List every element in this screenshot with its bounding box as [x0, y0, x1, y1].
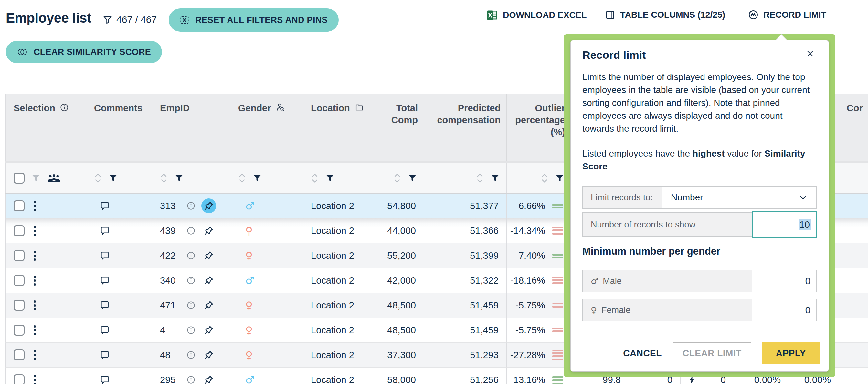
column-header-location[interactable]: Location: [303, 94, 369, 161]
filter-funnel-icon[interactable]: [407, 173, 417, 183]
filter-funnel-icon[interactable]: [555, 173, 564, 183]
column-header-label: EmpID: [160, 102, 190, 114]
row-checkbox[interactable]: [13, 349, 25, 360]
row-checkbox[interactable]: [13, 300, 25, 311]
female-minimum-input[interactable]: 0: [752, 300, 816, 321]
row-menu-kebab-icon[interactable]: [30, 249, 39, 262]
reset-all-filters-button[interactable]: RESET ALL FILTERS AND PINS: [169, 8, 339, 32]
total-comp-value: 58,000: [387, 375, 416, 384]
sort-icon[interactable]: [238, 172, 246, 184]
column-header-gender[interactable]: Gender: [230, 94, 303, 161]
pin-icon[interactable]: [201, 372, 216, 384]
filter-funnel-icon[interactable]: [174, 173, 184, 183]
sort-icon[interactable]: [393, 172, 401, 184]
info-icon[interactable]: [186, 251, 195, 260]
column-header-predicted[interactable]: Predicted compensation: [424, 94, 507, 161]
comment-icon[interactable]: [99, 375, 110, 384]
info-icon[interactable]: [186, 325, 195, 335]
table-columns-label: TABLE COLUMNS (12/25): [620, 10, 725, 20]
row-menu-kebab-icon[interactable]: [30, 324, 39, 337]
row-menu-kebab-icon[interactable]: [30, 299, 39, 312]
records-count-input[interactable]: 10: [752, 211, 817, 238]
clear-limit-button[interactable]: CLEAR LIMIT: [673, 342, 751, 364]
column-header-total_comp[interactable]: Total Comp: [369, 94, 424, 161]
sort-icon[interactable]: [311, 172, 319, 184]
dialog-listed-note: Listed employees have the highest value …: [582, 147, 810, 173]
row-checkbox[interactable]: [13, 250, 25, 261]
column-header-outlier[interactable]: Outlier percentage (%): [507, 94, 571, 161]
comment-icon[interactable]: [99, 225, 110, 236]
pin-icon[interactable]: [201, 248, 216, 263]
cor-cell: [839, 368, 868, 384]
gender-cell: ♀: [230, 318, 303, 343]
row-checkbox[interactable]: [13, 225, 25, 236]
pin-icon[interactable]: [201, 199, 216, 213]
column-header-selection[interactable]: Selection: [5, 94, 86, 161]
comment-icon[interactable]: [99, 325, 110, 335]
dialog-description: Limits the number of displayed employees…: [582, 71, 810, 135]
sort-icon[interactable]: [540, 172, 549, 184]
filter-cell-gender: [230, 163, 303, 193]
clear-similarity-score-button[interactable]: CLEAR SIMILARITY SCORE: [6, 41, 162, 63]
pin-icon[interactable]: [201, 223, 216, 238]
gender-female-symbol: ♀: [245, 225, 253, 237]
filter-funnel-icon[interactable]: [108, 173, 118, 183]
column-header-empid[interactable]: EmpID: [152, 94, 230, 161]
comment-icon[interactable]: [99, 275, 110, 286]
pin-icon[interactable]: [201, 273, 216, 288]
column-header-label: Cor: [847, 102, 863, 114]
comment-icon[interactable]: [99, 250, 110, 261]
footer-divider: [571, 337, 829, 337]
record-limit-dialog: Record limit Limits the number of displa…: [570, 40, 829, 372]
pin-icon[interactable]: [201, 323, 216, 338]
people-group-icon[interactable]: [47, 173, 61, 183]
column-header-cor[interactable]: Cor: [839, 94, 868, 161]
info-icon[interactable]: [186, 375, 195, 384]
gender-cell: ♂: [230, 368, 303, 384]
column-header-comments[interactable]: Comments: [86, 94, 152, 161]
table-columns-button[interactable]: TABLE COLUMNS (12/25): [605, 10, 725, 20]
row-menu-kebab-icon[interactable]: [30, 274, 39, 287]
download-excel-button[interactable]: DOWNLOAD EXCEL: [486, 10, 587, 21]
row-checkbox[interactable]: [13, 374, 25, 384]
comment-icon[interactable]: [99, 300, 110, 310]
selection-cell: [5, 343, 86, 368]
info-icon[interactable]: [186, 350, 195, 359]
cancel-button[interactable]: CANCEL: [623, 348, 662, 358]
cor-cell: [839, 343, 868, 368]
row-checkbox[interactable]: [13, 200, 25, 211]
sort-icon[interactable]: [160, 172, 168, 184]
row-checkbox[interactable]: [13, 325, 25, 336]
info-icon[interactable]: [186, 276, 195, 285]
filter-funnel-icon[interactable]: [252, 173, 262, 183]
pin-icon[interactable]: [201, 348, 216, 362]
pin-icon[interactable]: [201, 298, 216, 313]
info-icon[interactable]: [186, 226, 195, 235]
filter-funnel-icon[interactable]: [325, 173, 335, 183]
close-icon[interactable]: [804, 47, 816, 60]
male-minimum-input[interactable]: 0: [752, 270, 816, 292]
record-limit-button[interactable]: RECORD LIMIT: [748, 10, 826, 20]
row-menu-kebab-icon[interactable]: [30, 224, 39, 237]
row-checkbox[interactable]: [13, 275, 25, 286]
row-menu-kebab-icon[interactable]: [30, 374, 39, 384]
apply-button[interactable]: APPLY: [762, 342, 819, 364]
sort-icon[interactable]: [476, 172, 484, 184]
comment-icon[interactable]: [99, 350, 110, 360]
listed-highest: highest: [692, 148, 725, 159]
row-menu-kebab-icon[interactable]: [30, 349, 39, 361]
info-icon[interactable]: [186, 201, 195, 210]
male-minimum-value: 0: [805, 276, 810, 286]
empid-cell: 48: [152, 343, 230, 368]
selection-filter-icon[interactable]: [31, 173, 41, 183]
filter-funnel-icon[interactable]: [490, 173, 500, 183]
outlier-bars-icon: [552, 376, 563, 384]
limit-type-select[interactable]: Number: [662, 186, 816, 208]
outlier-value: -18.16%: [510, 275, 545, 286]
sort-icon[interactable]: [94, 172, 102, 184]
select-all-checkbox[interactable]: [13, 173, 25, 184]
row-menu-kebab-icon[interactable]: [30, 200, 39, 212]
comment-icon[interactable]: [99, 201, 110, 211]
info-icon[interactable]: [186, 301, 195, 310]
filter-cell-cor: [839, 163, 868, 193]
